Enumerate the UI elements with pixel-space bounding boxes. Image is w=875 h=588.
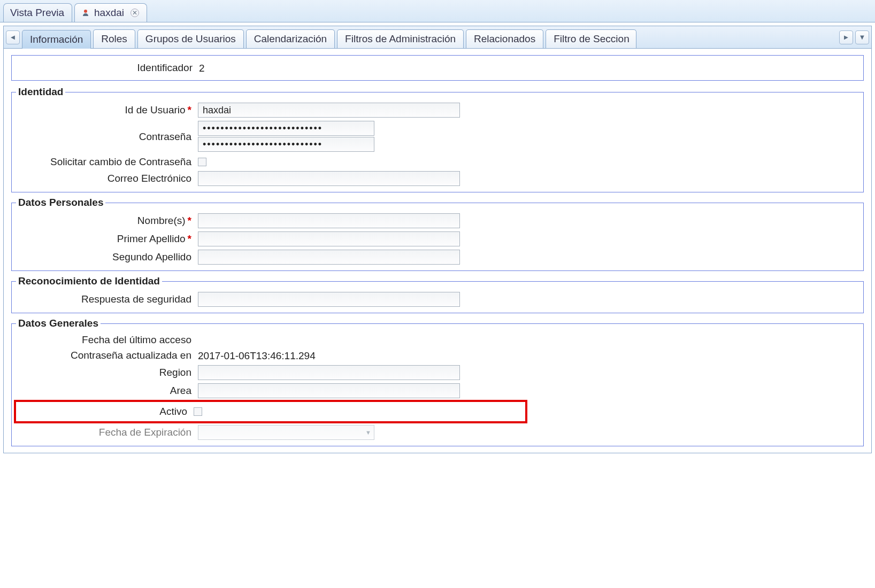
ultimo-acceso-value bbox=[198, 339, 859, 341]
section-identidad: Identidad Id de Usuario* Contraseña Soli… bbox=[11, 86, 864, 192]
tab-filtro-seccion[interactable]: Filtro de Seccion bbox=[546, 29, 636, 48]
primer-apellido-input[interactable] bbox=[198, 231, 460, 246]
section-datos-personales: Datos Personales Nombre(s)* Primer Apell… bbox=[11, 197, 864, 271]
identificador-bar: Identificador 2 bbox=[11, 55, 864, 81]
region-label: Region bbox=[16, 367, 198, 378]
fecha-expiracion-label: Fecha de Expiración bbox=[16, 427, 198, 438]
scroll-right-button[interactable]: ► bbox=[839, 30, 853, 44]
tab-calendarizacion[interactable]: Calendarización bbox=[246, 29, 335, 48]
tabs-menu-button[interactable]: ▼ bbox=[855, 30, 869, 44]
section-legend: Datos Personales bbox=[16, 197, 105, 208]
id-usuario-label: Id de Usuario* bbox=[16, 104, 198, 116]
tab-label: haxdai bbox=[94, 7, 124, 19]
tab-filtros-administracion[interactable]: Filtros de Administración bbox=[337, 29, 464, 48]
tab-informacion[interactable]: Información bbox=[22, 30, 91, 49]
area-label: Area bbox=[16, 385, 198, 397]
document-tabs: Vista Previa haxdai ✕ bbox=[0, 0, 875, 22]
ultimo-acceso-label: Fecha del último acceso bbox=[16, 334, 198, 346]
pw-actualizada-label: Contraseña actualizada en bbox=[16, 350, 198, 361]
activo-checkbox[interactable] bbox=[194, 407, 202, 416]
person-icon bbox=[81, 9, 90, 17]
solicitar-cambio-checkbox[interactable] bbox=[198, 158, 206, 166]
segundo-apellido-input[interactable] bbox=[198, 250, 460, 265]
content-panel: ◄ Información Roles Grupos de Usuarios C… bbox=[3, 26, 872, 453]
close-icon[interactable]: ✕ bbox=[131, 9, 139, 17]
tab-roles[interactable]: Roles bbox=[93, 29, 135, 48]
correo-input[interactable] bbox=[198, 171, 460, 186]
tab-vista-previa[interactable]: Vista Previa bbox=[3, 3, 72, 22]
section-legend: Reconocimiento de Identidad bbox=[16, 275, 162, 287]
section-legend: Datos Generales bbox=[16, 318, 101, 329]
form-body: Identificador 2 Identidad Id de Usuario*… bbox=[4, 49, 871, 453]
svg-point-0 bbox=[84, 10, 87, 13]
identificador-value: 2 bbox=[199, 61, 858, 74]
contrasena-input-2[interactable] bbox=[198, 137, 374, 152]
tab-user-haxdai[interactable]: haxdai ✕ bbox=[74, 3, 147, 22]
nombres-input[interactable] bbox=[198, 213, 460, 228]
section-reconocimiento: Reconocimiento de Identidad Respuesta de… bbox=[11, 275, 864, 313]
tab-relacionados[interactable]: Relacionados bbox=[466, 29, 543, 48]
section-datos-generales: Datos Generales Fecha del último acceso … bbox=[11, 318, 864, 446]
solicitar-cambio-label: Solicitar cambio de Contraseña bbox=[16, 156, 198, 168]
contrasena-input-1[interactable] bbox=[198, 121, 374, 136]
primer-apellido-label: Primer Apellido* bbox=[16, 233, 198, 245]
respuesta-seguridad-input[interactable] bbox=[198, 292, 460, 307]
nombres-label: Nombre(s)* bbox=[16, 215, 198, 227]
activo-label: Activo bbox=[16, 406, 194, 417]
sub-tabs-bar: ◄ Información Roles Grupos de Usuarios C… bbox=[4, 26, 871, 49]
respuesta-seguridad-label: Respuesta de seguridad bbox=[16, 293, 198, 305]
area-input[interactable] bbox=[198, 383, 460, 398]
id-usuario-input[interactable] bbox=[198, 103, 460, 118]
contrasena-label: Contraseña bbox=[16, 131, 198, 143]
tab-grupos-usuarios[interactable]: Grupos de Usuarios bbox=[137, 29, 244, 48]
tab-label: Vista Previa bbox=[10, 7, 64, 19]
identificador-label: Identificador bbox=[17, 62, 199, 74]
pw-actualizada-value: 2017-01-06T13:46:11.294 bbox=[198, 349, 859, 362]
scroll-left-button[interactable]: ◄ bbox=[6, 30, 20, 44]
section-legend: Identidad bbox=[16, 86, 65, 98]
correo-label: Correo Electrónico bbox=[16, 173, 198, 184]
segundo-apellido-label: Segundo Apellido bbox=[16, 251, 198, 263]
activo-highlight: Activo bbox=[14, 400, 527, 423]
fecha-expiracion-input[interactable] bbox=[198, 425, 374, 440]
region-input[interactable] bbox=[198, 365, 460, 380]
